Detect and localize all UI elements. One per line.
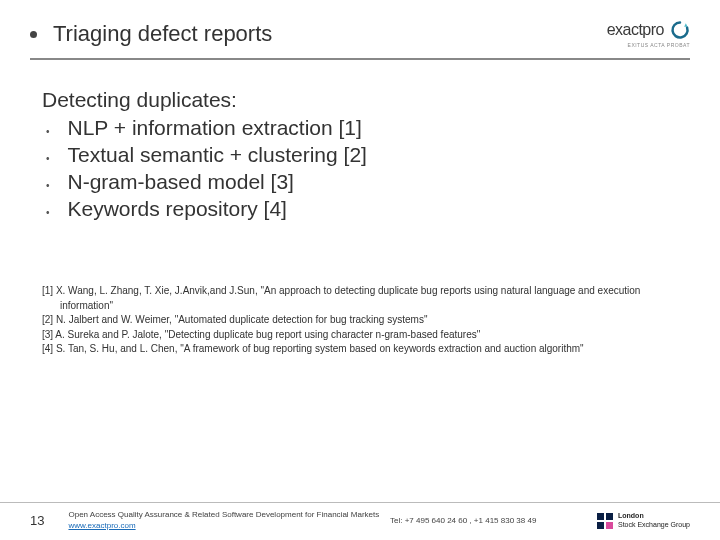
page-number: 13 <box>30 513 44 528</box>
footer: 13 Open Access Quality Assurance & Relat… <box>0 502 720 540</box>
lse-icon <box>597 513 613 529</box>
svg-rect-3 <box>606 522 613 529</box>
content-heading: Detecting duplicates: <box>42 88 690 112</box>
svg-rect-1 <box>606 513 613 520</box>
list-item: • NLP + information extraction [1] <box>42 116 690 141</box>
lse-logo: London Stock Exchange Group <box>597 512 690 529</box>
slide-header: Triaging defect reports exactpro EXITUS … <box>30 20 690 60</box>
svg-rect-2 <box>597 522 604 529</box>
title-bullet <box>30 31 37 38</box>
title-wrap: Triaging defect reports <box>30 21 272 47</box>
bullet-icon: • <box>46 149 50 168</box>
list-item: • N-gram-based model [3] <box>42 170 690 195</box>
footer-link[interactable]: www.exactpro.com <box>68 521 135 530</box>
reference: [2] N. Jalbert and W. Weimer, "Automated… <box>42 313 690 328</box>
logo-text: exactpro <box>607 21 664 39</box>
footer-tel: Tel: +7 495 640 24 60 , +1 415 830 38 49 <box>390 516 536 525</box>
reference: [3] A. Sureka and P. Jalote, "Detecting … <box>42 328 690 343</box>
lse-text: London Stock Exchange Group <box>618 512 690 529</box>
list-text: N-gram-based model [3] <box>68 170 294 194</box>
reference: [1] X. Wang, L. Zhang, T. Xie, J.Anvik,a… <box>42 284 690 313</box>
list-text: Keywords repository [4] <box>68 197 287 221</box>
list-text: Textual semantic + clustering [2] <box>68 143 367 167</box>
reference: [4] S. Tan, S. Hu, and L. Chen, "A frame… <box>42 342 690 357</box>
logo-icon <box>670 20 690 40</box>
slide-title: Triaging defect reports <box>53 21 272 47</box>
footer-line1: Open Access Quality Assurance & Related … <box>68 510 379 519</box>
logo-subtext: EXITUS ACTA PROBAT <box>628 42 690 48</box>
list-text: NLP + information extraction [1] <box>68 116 362 140</box>
bullet-icon: • <box>46 203 50 222</box>
references: [1] X. Wang, L. Zhang, T. Xie, J.Anvik,a… <box>42 284 690 357</box>
content: Detecting duplicates: • NLP + informatio… <box>30 88 690 540</box>
bullet-icon: • <box>46 122 50 141</box>
svg-rect-0 <box>597 513 604 520</box>
list-item: • Textual semantic + clustering [2] <box>42 143 690 168</box>
bullet-icon: • <box>46 176 50 195</box>
exactpro-logo: exactpro EXITUS ACTA PROBAT <box>607 20 690 48</box>
footer-text: Open Access Quality Assurance & Related … <box>68 510 379 531</box>
list-item: • Keywords repository [4] <box>42 197 690 222</box>
